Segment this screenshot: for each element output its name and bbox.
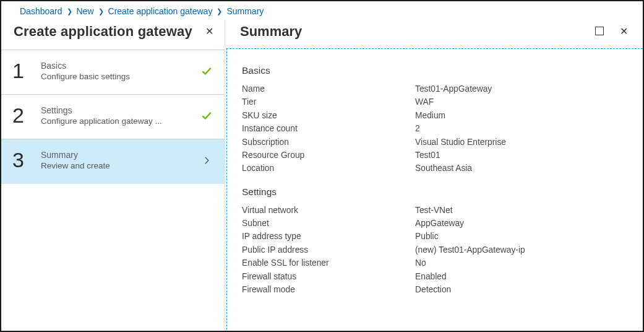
step-status	[200, 66, 213, 77]
summary-key: Firewall mode	[242, 283, 415, 296]
summary-key: Virtual network	[242, 204, 415, 217]
summary-row: Firewall modeDetection	[242, 283, 628, 296]
close-blade-button[interactable]: ✕	[203, 24, 216, 39]
breadcrumb-link[interactable]: Create application gateway	[108, 6, 213, 16]
summary-key: Tier	[242, 95, 415, 108]
maximize-icon	[595, 27, 604, 35]
section-heading-settings: Settings	[242, 186, 628, 198]
summary-key: Location	[242, 162, 415, 175]
step-number: 1	[12, 59, 41, 83]
summary-key: Name	[242, 82, 415, 95]
summary-row: Public IP address(new) Test01-AppGateway…	[242, 243, 628, 256]
summary-row: TierWAF	[242, 95, 628, 108]
summary-row: LocationSoutheast Asia	[242, 162, 628, 175]
summary-row: Resource GroupTest01	[242, 149, 628, 162]
summary-value: AppGateway	[415, 217, 628, 230]
summary-row: IP address typePublic	[242, 230, 628, 243]
summary-value: Test01-AppGateway	[415, 82, 628, 95]
basics-group: NameTest01-AppGateway TierWAF SKU sizeMe…	[242, 82, 628, 175]
summary-row: Enable SSL for listenerNo	[242, 256, 628, 269]
summary-value: WAF	[415, 95, 628, 108]
summary-key: Subnet	[242, 217, 415, 230]
section-heading-basics: Basics	[242, 65, 628, 76]
summary-key: IP address type	[242, 230, 415, 243]
summary-value: (new) Test01-AppGateway-ip	[415, 243, 628, 256]
summary-value: Test-VNet	[415, 204, 628, 217]
summary-value: Test01	[415, 149, 628, 162]
wizard-step-basics[interactable]: 1 Basics Configure basic settings	[1, 50, 225, 95]
blade-title: Create application gateway	[14, 24, 192, 40]
close-icon: ✕	[620, 26, 628, 37]
summary-key: Instance count	[242, 122, 415, 135]
summary-value: Public	[415, 230, 628, 243]
summary-content: Basics NameTest01-AppGateway TierWAF SKU…	[226, 48, 643, 330]
summary-key: Enable SSL for listener	[242, 256, 415, 269]
checkmark-icon	[201, 66, 212, 77]
summary-key: Subscription	[242, 136, 415, 149]
summary-value: Visual Studio Enterprise	[415, 136, 628, 149]
summary-row: SKU sizeMedium	[242, 109, 628, 122]
breadcrumb-current: Summary	[226, 6, 264, 16]
breadcrumb: Dashboard ❯ New ❯ Create application gat…	[1, 1, 643, 20]
summary-value: 2	[415, 122, 628, 135]
step-number: 3	[12, 148, 41, 172]
chevron-right-icon: ❯	[67, 7, 72, 15]
close-summary-button[interactable]: ✕	[617, 24, 630, 39]
chevron-right-icon: ❯	[98, 7, 104, 15]
summary-row: SubscriptionVisual Studio Enterprise	[242, 136, 628, 149]
step-subtitle: Configure basic settings	[41, 72, 200, 81]
step-status	[200, 156, 213, 165]
step-title: Summary	[41, 150, 200, 160]
summary-row: Virtual networkTest-VNet	[242, 204, 628, 217]
step-title: Basics	[41, 61, 200, 71]
summary-row: SubnetAppGateway	[242, 217, 628, 230]
summary-value: Detection	[415, 283, 628, 296]
breadcrumb-link[interactable]: Dashboard	[20, 6, 62, 16]
summary-value: Medium	[415, 109, 628, 122]
summary-key: Public IP address	[242, 243, 415, 256]
chevron-right-icon	[202, 156, 211, 165]
wizard-blade: Create application gateway ✕ 1 Basics Co…	[1, 20, 225, 330]
wizard-steps: 1 Basics Configure basic settings 2 Sett…	[1, 50, 225, 184]
summary-row: Firewall statusEnabled	[242, 270, 628, 283]
step-subtitle: Configure application gateway ...	[41, 116, 200, 126]
summary-row: NameTest01-AppGateway	[242, 82, 628, 95]
chevron-right-icon: ❯	[217, 7, 222, 15]
summary-key: Firewall status	[242, 270, 415, 283]
wizard-step-summary[interactable]: 3 Summary Review and create	[1, 139, 225, 184]
summary-key: Resource Group	[242, 149, 415, 162]
maximize-button[interactable]	[593, 24, 606, 40]
breadcrumb-link[interactable]: New	[77, 6, 94, 16]
summary-blade: Summary ✕ Basics NameTest01-AppGateway T…	[225, 20, 643, 330]
step-title: Settings	[41, 105, 200, 115]
step-status	[200, 110, 213, 121]
settings-group: Virtual networkTest-VNet SubnetAppGatewa…	[242, 204, 628, 297]
summary-value: No	[415, 256, 628, 269]
summary-value: Enabled	[415, 270, 628, 283]
summary-row: Instance count2	[242, 122, 628, 135]
step-subtitle: Review and create	[41, 161, 200, 170]
step-number: 2	[12, 103, 41, 128]
summary-title: Summary	[240, 24, 302, 40]
close-icon: ✕	[205, 26, 213, 37]
summary-key: SKU size	[242, 109, 415, 122]
summary-value: Southeast Asia	[415, 162, 628, 175]
checkmark-icon	[201, 110, 212, 121]
wizard-step-settings[interactable]: 2 Settings Configure application gateway…	[1, 95, 225, 139]
